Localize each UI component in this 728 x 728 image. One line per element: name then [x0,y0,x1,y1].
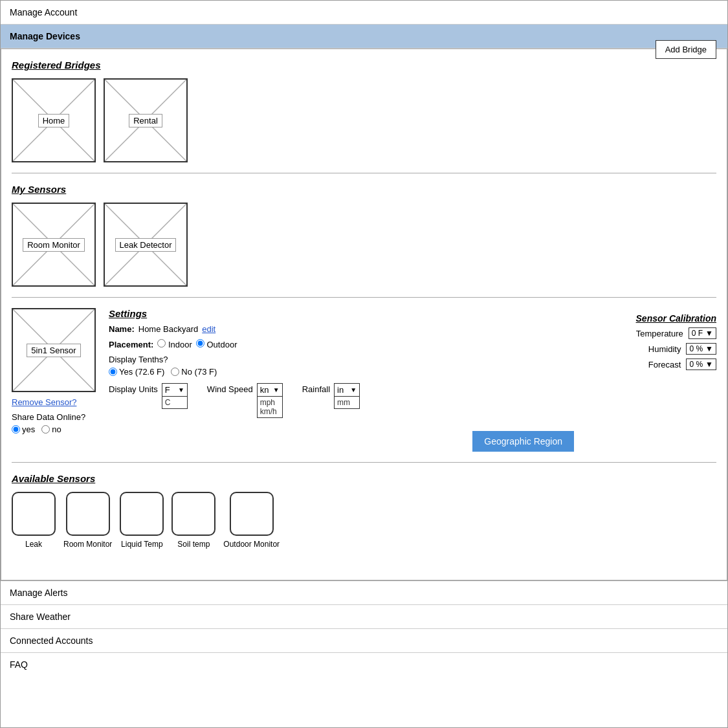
avail-sensor-liquid-temp[interactable] [120,492,164,536]
remove-sensor-link[interactable]: Remove Sensor? [12,397,76,407]
nav-connected-accounts[interactable]: Connected Accounts [1,629,727,653]
settings-sensor-label: 5in1 Sensor [27,344,80,357]
share-data-section: Share Data Online? yes no [12,412,96,434]
avail-sensor-liquid-temp-label: Liquid Temp [121,540,163,549]
calib-temperature-dropdown[interactable]: 0 F ▼ [689,327,716,339]
available-sensors-title: Available Sensors [12,473,716,484]
calib-forecast-row: Forecast 0 % ▼ [587,358,716,370]
units-section: Display Units F ▼ C [109,383,574,418]
edit-link[interactable]: edit [202,324,215,334]
nav-manage-account[interactable]: Manage Account [1,1,727,25]
sensor-leak-detector-label: Leak Detector [115,238,177,252]
display-units-label: Display Units [109,383,158,394]
bridge-card-row: Home Rental [12,78,716,162]
bridge-card-rental[interactable]: Rental [104,78,188,162]
display-tenths-label: Display Tenths? [109,355,217,364]
available-sensors-section: Available Sensors Leak Room Monitor Liqu… [12,473,716,559]
calib-forecast-arrow: ▼ [705,360,713,369]
add-bridge-button[interactable]: Add Bridge [656,40,716,59]
placement-field-row: Placement: Indoor Outdoor [109,339,574,349]
avail-sensor-outdoor-monitor[interactable] [230,492,274,536]
calib-humidity-row: Humidity 0 % ▼ [587,343,716,355]
sensor-card-room-monitor[interactable]: Room Monitor [12,203,96,287]
calib-temperature-row: Temperature 0 F ▼ [587,327,716,339]
my-sensors-section: My Sensors Room Monitor Leak Detector [12,184,716,298]
avail-sensor-outdoor-monitor-wrap: Outdoor Monitor [223,492,280,549]
calib-humidity-arrow: ▼ [705,344,713,353]
wind-speed-arrow: ▼ [273,386,280,393]
wind-speed-dropdown[interactable]: kn ▼ mph km/h [257,383,283,418]
calib-humidity-value: 0 % [689,344,703,353]
calib-forecast-label: Forecast [648,360,681,370]
nav-manage-alerts[interactable]: Manage Alerts [1,581,727,605]
name-label: Name: [109,324,135,334]
sensor-card-leak-detector[interactable]: Leak Detector [104,203,188,287]
avail-sensor-room-monitor[interactable] [66,492,110,536]
avail-sensor-leak-wrap: Leak [12,492,56,549]
bridge-home-label: Home [38,114,70,127]
tenths-no-radio[interactable]: No (73 F) [171,367,217,377]
placement-label: Placement: [109,340,153,349]
rainfall-label: Rainfall [302,383,330,394]
avail-sensor-outdoor-monitor-label: Outdoor Monitor [223,540,280,549]
nav-faq[interactable]: FAQ [1,653,727,676]
bridge-rental-label: Rental [129,114,162,127]
nav-manage-devices[interactable]: Manage Devices [1,25,727,49]
wind-speed-label: Wind Speed [207,383,253,394]
display-units-arrow: ▼ [178,386,184,393]
calib-forecast-value: 0 % [689,360,703,369]
my-sensors-title: My Sensors [12,184,716,195]
wind-speed-group: Wind Speed kn ▼ mph km/h [207,383,283,418]
display-units-group: Display Units F ▼ C [109,383,188,409]
avail-sensor-soil-temp-wrap: Soil temp [171,492,215,549]
display-tenths-group: Display Tenths? Yes (72.6 F) No (73 F) [109,355,217,377]
settings-heading: Settings [109,308,574,319]
settings-section: 5in1 Sensor Remove Sensor? Share Data On… [12,308,716,463]
indoor-radio[interactable]: Indoor [157,339,192,349]
geographic-region-button[interactable]: Geographic Region [472,431,574,452]
avail-sensor-room-monitor-label: Room Monitor [63,540,112,549]
calib-temperature-arrow: ▼ [705,329,713,338]
calib-humidity-label: Humidity [648,344,681,354]
bottom-nav: Manage Alerts Share Weather Connected Ac… [1,580,727,676]
outdoor-radio[interactable]: Outdoor [196,339,237,349]
calib-temperature-label: Temperature [636,329,683,338]
avail-sensor-room-monitor-wrap: Room Monitor [63,492,112,549]
nav-share-weather[interactable]: Share Weather [1,605,727,629]
registered-bridges-section: Add Bridge Registered Bridges Home Renta… [12,60,716,173]
name-field-row: Name: Home Backyard edit [109,324,574,334]
rainfall-dropdown[interactable]: in ▼ mm [334,383,360,409]
bridge-card-home[interactable]: Home [12,78,96,162]
sensor-card-row: Room Monitor Leak Detector [12,203,716,287]
share-yes-radio[interactable]: yes [12,425,35,434]
calibration-section: Sensor Calibration Temperature 0 F ▼ Hum… [587,313,716,374]
settings-body: Settings Name: Home Backyard edit Placem… [109,308,574,452]
share-data-label: Share Data Online? [12,412,96,422]
settings-sensor-image[interactable]: 5in1 Sensor Remove Sensor? Share Data On… [12,308,96,434]
registered-bridges-title: Registered Bridges [12,60,716,71]
sensor-room-monitor-label: Room Monitor [23,238,85,252]
avail-sensor-leak-label: Leak [25,540,42,549]
share-no-radio[interactable]: no [41,425,61,434]
rainfall-group: Rainfall in ▼ mm [302,383,360,409]
calib-humidity-dropdown[interactable]: 0 % ▼ [686,343,716,355]
display-units-dropdown[interactable]: F ▼ C [162,383,188,409]
calib-temperature-value: 0 F [692,329,703,338]
name-value: Home Backyard [138,324,198,334]
calib-forecast-dropdown[interactable]: 0 % ▼ [686,358,716,370]
avail-sensor-leak[interactable] [12,492,56,536]
avail-sensor-soil-temp[interactable] [171,492,215,536]
calibration-title: Sensor Calibration [587,313,716,324]
avail-sensor-soil-temp-label: Soil temp [177,540,210,549]
avail-sensor-liquid-temp-wrap: Liquid Temp [120,492,164,549]
available-sensor-card-row: Leak Room Monitor Liquid Temp Soil temp … [12,492,716,549]
rainfall-arrow: ▼ [350,386,357,393]
tenths-yes-radio[interactable]: Yes (72.6 F) [109,367,164,377]
